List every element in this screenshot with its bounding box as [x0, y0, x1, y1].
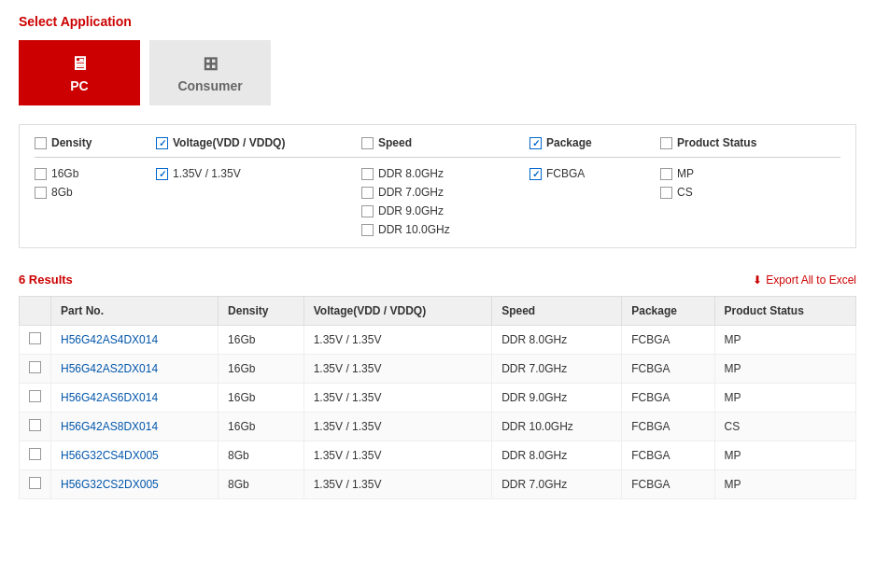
- row-speed: DDR 8.0GHz: [492, 441, 622, 470]
- th-speed: Speed: [492, 297, 622, 326]
- filter-items-status: MP CS: [660, 167, 800, 236]
- table-header-row: Part No. Density Voltage(VDD / VDDQ) Spe…: [20, 297, 856, 326]
- filter-header-density-checkbox[interactable]: [35, 137, 47, 149]
- row-checkbox[interactable]: [29, 361, 41, 373]
- filter-item-package-fcbga: FCBGA: [529, 167, 660, 180]
- filter-item-voltage-1-checkbox[interactable]: [156, 168, 168, 180]
- row-package: FCBGA: [622, 413, 714, 441]
- row-density: 8Gb: [219, 441, 304, 470]
- row-voltage: 1.35V / 1.35V: [303, 470, 491, 499]
- row-voltage: 1.35V / 1.35V: [303, 355, 491, 384]
- filter-header-speed-checkbox[interactable]: [361, 137, 374, 149]
- filter-header-voltage-label: Voltage(VDD / VDDQ): [173, 136, 285, 149]
- row-speed: DDR 10.0GHz: [492, 413, 622, 441]
- row-checkbox[interactable]: [29, 448, 41, 460]
- row-checkbox-cell: [20, 326, 51, 355]
- filter-items-speed: DDR 8.0GHz DDR 7.0GHz DDR 9.0GHz DDR 10.…: [361, 167, 529, 236]
- app-tile-consumer-label: Consumer: [177, 78, 242, 93]
- filter-header-package: Package: [529, 136, 660, 149]
- filter-item-speed-ddr8: DDR 8.0GHz: [361, 167, 529, 180]
- row-package: FCBGA: [622, 441, 714, 470]
- filter-item-status-cs: CS: [660, 186, 800, 199]
- row-status: MP: [714, 355, 856, 384]
- filter-item-status-mp-checkbox[interactable]: [660, 168, 672, 180]
- filter-item-speed-ddr9-checkbox[interactable]: [361, 205, 374, 217]
- row-package: FCBGA: [622, 470, 714, 499]
- th-density: Density: [219, 297, 304, 326]
- filter-header-speed: Speed: [361, 136, 529, 149]
- export-all-button[interactable]: ⬇ Export All to Excel: [753, 273, 856, 287]
- row-checkbox[interactable]: [29, 390, 41, 402]
- row-speed: DDR 9.0GHz: [492, 384, 622, 413]
- filter-item-speed-ddr10-checkbox[interactable]: [361, 224, 374, 236]
- section-title-highlight: Application: [61, 14, 132, 29]
- filter-item-speed-ddr10-label: DDR 10.0GHz: [378, 223, 450, 236]
- row-package: FCBGA: [622, 355, 714, 384]
- row-package: FCBGA: [622, 384, 714, 413]
- filter-item-status-mp: MP: [660, 167, 800, 180]
- filter-item-speed-ddr7-checkbox[interactable]: [361, 187, 374, 199]
- filter-item-status-cs-checkbox[interactable]: [660, 187, 672, 199]
- row-density: 8Gb: [219, 470, 304, 499]
- row-status: CS: [714, 413, 856, 441]
- filter-item-package-fcbga-label: FCBGA: [546, 167, 585, 180]
- filter-items-density: 16Gb 8Gb: [35, 167, 156, 236]
- table-row: H56G42AS6DX014 16Gb 1.35V / 1.35V DDR 9.…: [20, 384, 856, 413]
- filter-item-density-16gb-label: 16Gb: [51, 167, 78, 180]
- filter-item-package-fcbga-checkbox[interactable]: [529, 168, 542, 180]
- filter-header-voltage: Voltage(VDD / VDDQ): [156, 136, 361, 149]
- row-checkbox[interactable]: [29, 477, 41, 489]
- filter-item-density-8gb-checkbox[interactable]: [35, 187, 47, 199]
- row-checkbox-cell: [20, 441, 51, 470]
- table-row: H56G42AS8DX014 16Gb 1.35V / 1.35V DDR 10…: [20, 413, 856, 441]
- filter-item-speed-ddr10: DDR 10.0GHz: [361, 223, 529, 236]
- export-label: Export All to Excel: [766, 273, 856, 287]
- filter-header-voltage-checkbox[interactable]: [156, 137, 168, 149]
- filter-item-density-16gb-checkbox[interactable]: [35, 168, 47, 180]
- app-tile-consumer[interactable]: ⊞ Consumer: [149, 40, 271, 105]
- filter-item-density-8gb-label: 8Gb: [51, 186, 73, 199]
- row-partno: H56G42AS6DX014: [51, 384, 219, 413]
- row-speed: DDR 7.0GHz: [492, 470, 622, 499]
- row-partno: H56G32CS2DX005: [51, 470, 219, 499]
- row-checkbox[interactable]: [29, 419, 41, 431]
- row-checkbox-cell: [20, 384, 51, 413]
- filter-header-density-label: Density: [51, 136, 92, 149]
- consumer-icon: ⊞: [203, 52, 219, 75]
- section-title: Select Application: [19, 14, 856, 29]
- row-package: FCBGA: [622, 326, 714, 355]
- row-status: MP: [714, 326, 856, 355]
- filter-item-speed-ddr9-label: DDR 9.0GHz: [378, 204, 444, 217]
- filter-items-package: FCBGA: [529, 167, 660, 236]
- row-speed: DDR 7.0GHz: [492, 355, 622, 384]
- row-partno: H56G42AS2DX014: [51, 355, 219, 384]
- filter-header-status-checkbox[interactable]: [660, 137, 672, 149]
- th-partno: Part No.: [51, 297, 219, 326]
- row-checkbox[interactable]: [29, 332, 41, 344]
- row-checkbox-cell: [20, 413, 51, 441]
- filter-body: 16Gb 8Gb 1.35V / 1.35V DDR 8.0GHz: [35, 167, 840, 236]
- th-package: Package: [622, 297, 714, 326]
- filter-item-status-cs-label: CS: [677, 186, 693, 199]
- row-checkbox-cell: [20, 470, 51, 499]
- results-count: 6 Results: [19, 273, 73, 287]
- filter-items-voltage: 1.35V / 1.35V: [156, 167, 361, 236]
- app-tile-pc-label: PC: [70, 78, 88, 93]
- row-checkbox-cell: [20, 355, 51, 384]
- filter-item-speed-ddr8-label: DDR 8.0GHz: [378, 167, 444, 180]
- filter-item-speed-ddr7: DDR 7.0GHz: [361, 186, 529, 199]
- page-container: Select Application 🖥 PC ⊞ Consumer Densi…: [0, 0, 875, 513]
- filter-item-voltage-1: 1.35V / 1.35V: [156, 167, 361, 180]
- filter-box: Density Voltage(VDD / VDDQ) Speed Packag…: [19, 124, 856, 248]
- table-header: Part No. Density Voltage(VDD / VDDQ) Spe…: [20, 297, 856, 326]
- th-status: Product Status: [714, 297, 856, 326]
- filter-item-speed-ddr9: DDR 9.0GHz: [361, 204, 529, 217]
- app-tile-pc[interactable]: 🖥 PC: [19, 40, 140, 105]
- table-row: H56G42AS2DX014 16Gb 1.35V / 1.35V DDR 7.…: [20, 355, 856, 384]
- table-row: H56G32CS2DX005 8Gb 1.35V / 1.35V DDR 7.0…: [20, 470, 856, 499]
- row-density: 16Gb: [219, 413, 304, 441]
- filter-item-speed-ddr8-checkbox[interactable]: [361, 168, 374, 180]
- filter-header-package-checkbox[interactable]: [529, 137, 542, 149]
- row-voltage: 1.35V / 1.35V: [303, 413, 491, 441]
- results-bar: 6 Results ⬇ Export All to Excel: [19, 267, 856, 292]
